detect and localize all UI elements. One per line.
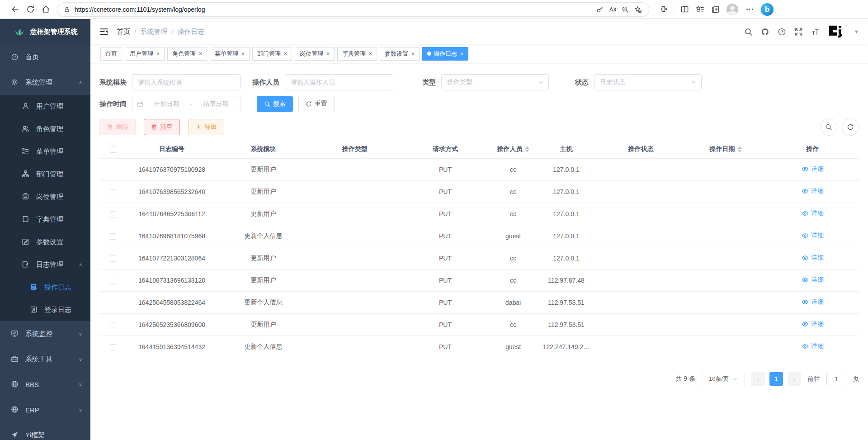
address-bar[interactable]: https://ccnetcore.com:1101/system/log/op…	[57, 2, 649, 17]
status-select[interactable]: 日志状态	[594, 74, 702, 90]
sidebar-item-home[interactable]: 首页	[0, 44, 90, 70]
column-header[interactable]: 操作日期	[685, 140, 766, 158]
sidebar-item-role-management[interactable]: 角色管理	[0, 118, 90, 140]
select-all-checkbox[interactable]	[110, 147, 116, 153]
sidebar-item-system-tools[interactable]: 系统工具∨	[0, 346, 90, 372]
more-menu-icon[interactable]	[742, 2, 757, 17]
detail-link[interactable]: 详细	[802, 165, 824, 173]
close-tab-icon[interactable]: ×	[460, 51, 463, 57]
detail-link[interactable]: 详细	[802, 320, 824, 328]
module-input[interactable]	[132, 74, 241, 90]
tab-role-management[interactable]: 角色管理×	[167, 47, 207, 61]
sort-carets-icon[interactable]	[525, 146, 529, 152]
tab-user-management[interactable]: 用户管理×	[125, 47, 165, 61]
clear-button[interactable]: 清空	[144, 119, 180, 135]
row-checkbox[interactable]	[110, 322, 116, 328]
detail-link[interactable]: 详细	[802, 298, 824, 306]
close-tab-icon[interactable]: ×	[411, 51, 415, 57]
row-checkbox[interactable]	[110, 167, 116, 173]
row-checkbox[interactable]	[110, 300, 116, 306]
help-icon[interactable]	[778, 28, 786, 36]
sidebar-item-dept-management[interactable]: 部门管理	[0, 163, 90, 185]
row-checkbox[interactable]	[110, 278, 116, 284]
page-number-1[interactable]: 1	[769, 372, 783, 386]
type-select[interactable]: 操作类型	[441, 74, 549, 90]
url-text[interactable]: https://ccnetcore.com:1101/system/log/op…	[75, 6, 594, 13]
sidebar-item-user-management[interactable]: 用户管理	[0, 95, 90, 118]
refresh-table-button[interactable]	[842, 118, 859, 136]
github-icon[interactable]	[761, 28, 769, 36]
close-tab-icon[interactable]: ×	[284, 51, 287, 57]
zoom-out-icon[interactable]	[619, 3, 632, 16]
profile-avatar[interactable]	[726, 4, 738, 15]
sidebar-item-oper-log[interactable]: 操作日志	[0, 276, 90, 298]
extensions-icon[interactable]	[656, 2, 671, 17]
font-size-icon[interactable]	[811, 28, 820, 36]
close-tab-icon[interactable]: ×	[369, 51, 372, 57]
row-checkbox[interactable]	[110, 344, 116, 350]
show-search-button[interactable]	[820, 118, 837, 136]
detail-link[interactable]: 详细	[802, 209, 824, 218]
row-checkbox[interactable]	[110, 189, 116, 195]
sidebar-item-dict-management[interactable]: 字典管理	[0, 208, 90, 231]
back-button[interactable]	[7, 2, 23, 17]
sidebar-fold-icon[interactable]	[99, 27, 108, 36]
collections-icon[interactable]	[708, 2, 723, 17]
favorites-bar-icon[interactable]	[692, 2, 708, 17]
detail-link[interactable]: 详细	[802, 254, 824, 262]
refresh-button[interactable]	[23, 2, 38, 17]
sidebar-item-menu-management[interactable]: 菜单管理	[0, 140, 90, 163]
sidebar-item-post-management[interactable]: 岗位管理	[0, 185, 90, 208]
add-favorite-icon[interactable]	[632, 3, 644, 16]
sidebar-item-yi-framework[interactable]: Yi框架	[0, 422, 90, 440]
date-range-picker[interactable]: 开始日期 - 结束日期	[132, 96, 241, 112]
tab-dept-management[interactable]: 部门管理×	[252, 47, 292, 61]
tab-oper-log[interactable]: 操作日志×	[422, 47, 468, 61]
sidebar-item-bbs[interactable]: BBS∨	[0, 372, 90, 397]
tab-param-settings[interactable]: 参数设置×	[380, 47, 420, 61]
read-aloud-icon[interactable]	[606, 3, 619, 16]
delete-button[interactable]: 删除	[99, 119, 136, 135]
app-logo[interactable]: 意框架管理系统	[0, 19, 90, 44]
fullscreen-icon[interactable]	[794, 28, 803, 36]
detail-link[interactable]: 详细	[802, 187, 824, 195]
close-tab-icon[interactable]: ×	[326, 51, 330, 57]
breadcrumb-system[interactable]: 系统管理	[140, 28, 167, 36]
tab-home[interactable]: 首页	[100, 47, 122, 61]
home-button[interactable]	[38, 2, 53, 17]
export-button[interactable]: 导出	[188, 119, 224, 135]
close-tab-icon[interactable]: ×	[241, 51, 245, 57]
user-menu-caret-icon[interactable]: ▼	[854, 29, 859, 34]
detail-link[interactable]: 详细	[802, 342, 824, 350]
detail-link[interactable]: 详细	[802, 232, 824, 240]
sort-carets-icon[interactable]	[737, 146, 742, 152]
tab-post-management[interactable]: 岗位管理×	[295, 47, 335, 61]
split-screen-icon[interactable]	[677, 2, 692, 17]
next-page-button[interactable]: ›	[788, 372, 801, 386]
sidebar-item-log-management[interactable]: 日志管理∧	[0, 253, 90, 276]
row-checkbox[interactable]	[110, 211, 116, 218]
column-header[interactable]: 操作人员	[491, 140, 536, 158]
close-tab-icon[interactable]: ×	[156, 51, 160, 57]
breadcrumb-home[interactable]: 首页	[117, 28, 130, 36]
close-tab-icon[interactable]: ×	[199, 51, 202, 57]
row-checkbox[interactable]	[110, 255, 116, 262]
search-button[interactable]: 搜索	[257, 96, 293, 112]
row-checkbox[interactable]	[110, 233, 116, 240]
operator-input[interactable]	[285, 74, 393, 90]
sidebar-item-system-management[interactable]: 系统管理∧	[0, 70, 90, 95]
password-key-icon[interactable]	[594, 3, 606, 16]
sidebar-item-system-monitor[interactable]: 系统监控∨	[0, 321, 90, 346]
goto-page-input[interactable]	[826, 372, 846, 386]
reset-button[interactable]: 重置	[298, 96, 335, 112]
yi-framework-logo[interactable]	[828, 24, 846, 39]
sidebar-item-login-log[interactable]: 登录日志	[0, 298, 90, 321]
page-size-select[interactable]: 10条/页	[702, 372, 745, 386]
tab-dict-management[interactable]: 字典管理×	[337, 47, 377, 61]
tab-menu-management[interactable]: 菜单管理×	[210, 47, 250, 61]
bing-chat-icon[interactable]: b	[761, 3, 774, 16]
detail-link[interactable]: 详细	[802, 276, 824, 284]
sidebar-item-param-settings[interactable]: 参数设置	[0, 231, 90, 253]
sidebar-item-erp[interactable]: ERP∨	[0, 397, 90, 422]
prev-page-button[interactable]: ‹	[751, 372, 765, 386]
